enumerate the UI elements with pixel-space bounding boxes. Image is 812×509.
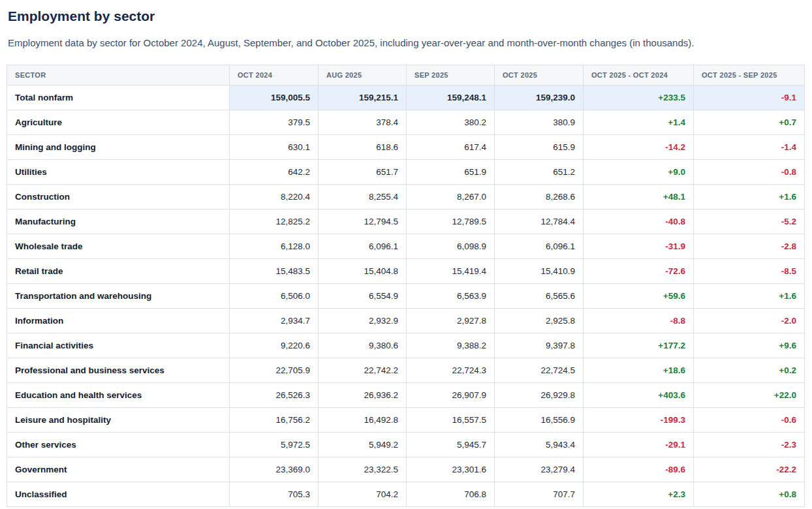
yoy-change-cell: +9.0 (584, 160, 694, 185)
employment-by-sector-page: Employment by sector Employment data by … (0, 0, 812, 509)
value-cell: 26,929.8 (495, 383, 584, 408)
value-cell: 9,220.6 (230, 333, 319, 358)
table-row: Utilities642.2651.7651.9651.2+9.0-0.8 (7, 160, 805, 185)
value-cell: 630.1 (230, 135, 319, 160)
value-cell: 8,255.4 (319, 185, 407, 209)
mom-change-cell: -1.4 (694, 135, 805, 160)
mom-change-cell: +1.6 (694, 185, 805, 209)
yoy-change-cell: +2.3 (584, 482, 694, 507)
value-cell: 2,925.8 (495, 309, 584, 333)
value-cell: 615.9 (495, 135, 584, 160)
value-cell: 707.7 (495, 482, 584, 507)
sector-name: Mining and logging (7, 135, 230, 160)
value-cell: 6,096.1 (319, 234, 407, 259)
value-cell: 8,220.4 (230, 185, 319, 209)
value-cell: 379.5 (230, 110, 319, 135)
yoy-change-cell: +59.6 (584, 284, 694, 309)
value-cell: 16,556.9 (495, 408, 584, 433)
sector-name: Information (7, 309, 230, 333)
value-cell: 380.9 (495, 110, 584, 135)
sector-name: Professional and business services (7, 358, 230, 383)
table-row: Wholesale trade6,128.06,096.16,098.96,09… (7, 234, 805, 259)
column-header-oct-2025: OCT 2025 (495, 65, 584, 85)
value-cell: 22,705.9 (230, 358, 319, 383)
value-cell: 22,742.2 (319, 358, 407, 383)
value-cell: 706.8 (407, 482, 495, 507)
sector-name: Manufacturing (7, 209, 230, 234)
value-cell: 16,756.2 (230, 408, 319, 433)
yoy-change-cell: +18.6 (584, 358, 694, 383)
value-cell: 22,724.5 (495, 358, 584, 383)
table-row: Mining and logging630.1618.6617.4615.9-1… (7, 135, 805, 160)
value-cell: 26,526.3 (230, 383, 319, 408)
yoy-change-cell: +233.5 (584, 85, 694, 110)
value-cell: 15,419.4 (407, 259, 495, 284)
value-cell: 6,096.1 (495, 234, 584, 259)
page-title: Employment by sector (8, 8, 805, 25)
value-cell: 5,949.2 (319, 433, 407, 457)
value-cell: 12,784.4 (495, 209, 584, 234)
value-cell: 12,794.5 (319, 209, 407, 234)
value-cell: 26,907.9 (407, 383, 495, 408)
value-cell: 22,724.3 (407, 358, 495, 383)
yoy-change-cell: -40.8 (584, 209, 694, 234)
mom-change-cell: -2.0 (694, 309, 805, 333)
sector-name: Other services (7, 433, 230, 457)
value-cell: 15,404.8 (319, 259, 407, 284)
sector-name: Education and health services (7, 383, 230, 408)
value-cell: 159,248.1 (407, 85, 495, 110)
yoy-change-cell: -14.2 (584, 135, 694, 160)
value-cell: 8,267.0 (407, 185, 495, 209)
sector-name: Retail trade (7, 259, 230, 284)
value-cell: 23,369.0 (230, 457, 319, 482)
table-row: Agriculture379.5378.4380.2380.9+1.4+0.7 (7, 110, 805, 135)
value-cell: 5,943.4 (495, 433, 584, 457)
table-row: Construction8,220.48,255.48,267.08,268.6… (7, 185, 805, 209)
column-header-oct-2025-oct-2024: OCT 2025 - OCT 2024 (584, 65, 694, 85)
column-header-oct-2025-sep-2025: OCT 2025 - SEP 2025 (694, 65, 805, 85)
mom-change-cell: +0.8 (694, 482, 805, 507)
table-row: Total nonfarm159,005.5159,215.1159,248.1… (7, 85, 805, 110)
value-cell: 16,492.8 (319, 408, 407, 433)
value-cell: 380.2 (407, 110, 495, 135)
value-cell: 6,565.6 (495, 284, 584, 309)
table-body: Total nonfarm159,005.5159,215.1159,248.1… (7, 85, 805, 507)
value-cell: 159,215.1 (319, 85, 407, 110)
mom-change-cell: -8.5 (694, 259, 805, 284)
yoy-change-cell: -89.6 (584, 457, 694, 482)
mom-change-cell: +22.0 (694, 383, 805, 408)
yoy-change-cell: -31.9 (584, 234, 694, 259)
value-cell: 651.2 (495, 160, 584, 185)
value-cell: 159,239.0 (495, 85, 584, 110)
value-cell: 8,268.6 (495, 185, 584, 209)
yoy-change-cell: -29.1 (584, 433, 694, 457)
yoy-change-cell: +403.6 (584, 383, 694, 408)
sector-name: Unclassified (7, 482, 230, 507)
value-cell: 705.3 (230, 482, 319, 507)
mom-change-cell: -5.2 (694, 209, 805, 234)
table-row: Other services5,972.55,949.25,945.75,943… (7, 433, 805, 457)
value-cell: 6,506.0 (230, 284, 319, 309)
employment-table: SECTOROCT 2024AUG 2025SEP 2025OCT 2025OC… (7, 65, 805, 507)
value-cell: 23,301.6 (407, 457, 495, 482)
table-row: Manufacturing12,825.212,794.512,789.512,… (7, 209, 805, 234)
value-cell: 651.9 (407, 160, 495, 185)
column-header-sector: SECTOR (7, 65, 230, 85)
yoy-change-cell: -72.6 (584, 259, 694, 284)
value-cell: 12,825.2 (230, 209, 319, 234)
yoy-change-cell: +48.1 (584, 185, 694, 209)
value-cell: 9,380.6 (319, 333, 407, 358)
sector-name: Transportation and warehousing (7, 284, 230, 309)
table-row: Government23,369.023,322.523,301.623,279… (7, 457, 805, 482)
value-cell: 12,789.5 (407, 209, 495, 234)
value-cell: 9,388.2 (407, 333, 495, 358)
value-cell: 6,098.9 (407, 234, 495, 259)
mom-change-cell: +0.2 (694, 358, 805, 383)
sector-name: Utilities (7, 160, 230, 185)
column-header-sep-2025: SEP 2025 (407, 65, 495, 85)
value-cell: 378.4 (319, 110, 407, 135)
sector-name: Total nonfarm (7, 85, 230, 110)
yoy-change-cell: -199.3 (584, 408, 694, 433)
value-cell: 6,563.9 (407, 284, 495, 309)
value-cell: 2,932.9 (319, 309, 407, 333)
